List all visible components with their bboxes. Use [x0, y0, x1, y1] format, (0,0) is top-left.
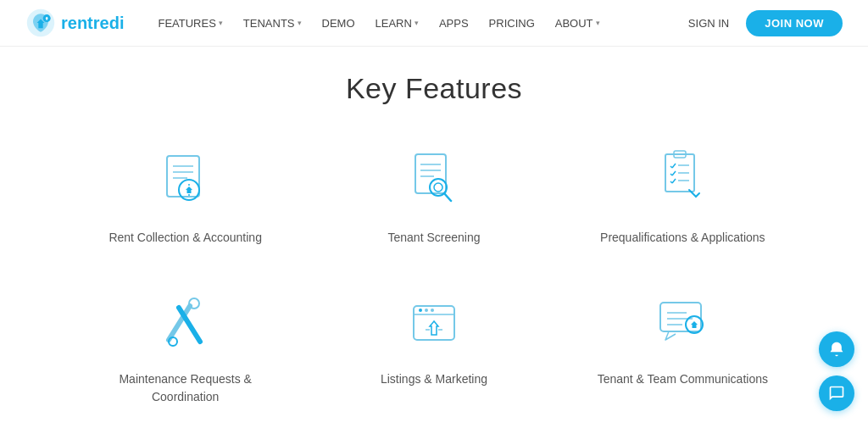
- header: rentredi FEATURES ▾ TENANTS ▾ DEMO LEARN…: [0, 0, 868, 47]
- listings-icon: [400, 289, 468, 357]
- feature-listings: Listings & Marketing: [322, 281, 545, 423]
- floating-buttons: [819, 331, 854, 411]
- svg-line-14: [444, 193, 451, 201]
- nav-demo[interactable]: DEMO: [314, 12, 364, 35]
- feature-maintenance: Maintenance Requests &Coordination: [74, 281, 297, 423]
- nav-apps[interactable]: APPS: [431, 12, 477, 35]
- svg-point-35: [431, 309, 434, 312]
- nav-tenants[interactable]: TENANTS ▾: [235, 12, 310, 35]
- svg-point-15: [434, 183, 442, 192]
- nav-pricing[interactable]: PRICING: [481, 12, 543, 35]
- svg-point-28: [189, 298, 199, 309]
- page-title: Key Features: [51, 72, 817, 105]
- feature-prequalifications: Prequalifications & Applications: [571, 139, 794, 264]
- feature-communications-label: Tenant & Team Communications: [598, 370, 768, 388]
- svg-rect-2: [167, 156, 199, 197]
- chevron-down-icon: ▾: [298, 19, 302, 27]
- feature-screening: Tenant Screening: [322, 139, 545, 264]
- feature-screening-label: Tenant Screening: [388, 229, 481, 247]
- features-grid: Rent Collection & Accounting Tenant Scre…: [74, 139, 794, 423]
- communications-icon: [648, 289, 716, 357]
- logo[interactable]: rentredi: [25, 8, 124, 38]
- feature-prequalifications-label: Prequalifications & Applications: [600, 229, 765, 247]
- feature-rent-label: Rent Collection & Accounting: [108, 229, 262, 247]
- feature-rent: Rent Collection & Accounting: [74, 139, 297, 264]
- svg-line-19: [672, 164, 676, 168]
- nav-learn[interactable]: LEARN ▾: [367, 12, 427, 35]
- sign-in-button[interactable]: SIGN IN: [682, 12, 736, 35]
- screening-icon: [400, 147, 468, 215]
- maintenance-icon: [152, 289, 220, 357]
- prequalifications-icon: [648, 147, 716, 215]
- svg-point-34: [425, 309, 428, 312]
- feature-communications: Tenant & Team Communications: [571, 281, 794, 423]
- logo-text: rentredi: [61, 14, 124, 33]
- nav-about[interactable]: ABOUT ▾: [547, 12, 609, 35]
- nav-actions: SIGN IN JOIN NOW: [682, 10, 843, 36]
- chevron-down-icon: ▾: [596, 19, 600, 27]
- main-nav: FEATURES ▾ TENANTS ▾ DEMO LEARN ▾ APPS P…: [149, 12, 681, 35]
- svg-line-25: [672, 179, 676, 183]
- chevron-down-icon: ▾: [415, 19, 419, 27]
- join-now-button[interactable]: JOIN NOW: [746, 10, 843, 36]
- main-content: Key Features Rent Collection & Accountin…: [0, 47, 868, 440]
- svg-line-29: [179, 308, 200, 342]
- svg-point-33: [419, 309, 422, 312]
- svg-line-22: [672, 171, 676, 175]
- nav-features[interactable]: FEATURES ▾: [149, 12, 231, 35]
- feature-maintenance-label: Maintenance Requests &Coordination: [119, 370, 251, 406]
- notification-float-button[interactable]: [819, 331, 854, 367]
- rent-icon: [152, 147, 220, 215]
- feature-listings-label: Listings & Marketing: [381, 370, 487, 388]
- chevron-down-icon: ▾: [219, 19, 223, 27]
- chat-float-button[interactable]: [819, 375, 854, 411]
